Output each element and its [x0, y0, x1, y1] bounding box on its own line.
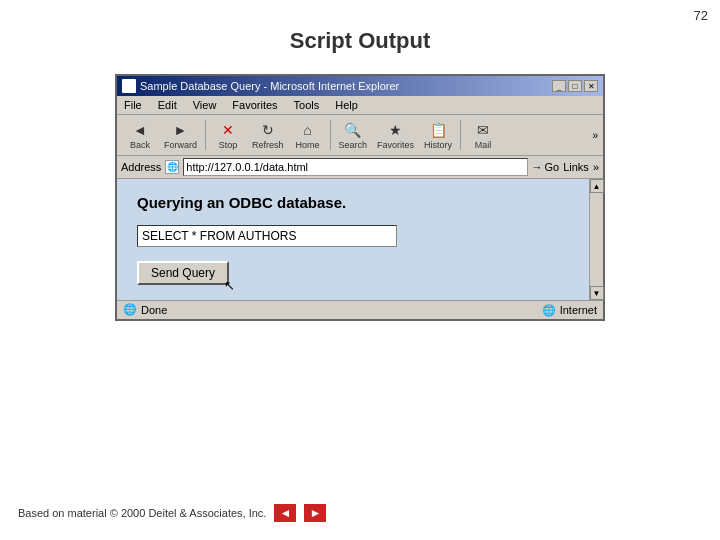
address-label: Address	[121, 161, 161, 173]
links-chevron: »	[593, 161, 599, 173]
page-icon: 🌐	[165, 160, 179, 174]
footer: Based on material © 2000 Deitel & Associ…	[18, 504, 326, 522]
mail-label: Mail	[475, 140, 492, 150]
send-query-container: Send Query ↖	[137, 261, 229, 285]
history-label: History	[424, 140, 452, 150]
menu-help[interactable]: Help	[332, 98, 361, 112]
links-label[interactable]: Links	[563, 161, 589, 173]
status-zone-text: Internet	[560, 304, 597, 316]
status-left: 🌐 Done	[123, 303, 167, 317]
content-area: Querying an ODBC database. SELECT * FROM…	[117, 179, 603, 300]
forward-button[interactable]: ► Forward	[160, 118, 201, 152]
favorites-button[interactable]: ★ Favorites	[373, 118, 418, 152]
address-bar: Address 🌐 http://127.0.0.1/data.html → G…	[117, 156, 603, 179]
title-bar-buttons: _ □ ✕	[552, 80, 598, 92]
scroll-up-button[interactable]: ▲	[590, 179, 604, 193]
menu-file[interactable]: File	[121, 98, 145, 112]
page-number: 72	[694, 8, 708, 23]
stop-icon: ✕	[217, 120, 239, 140]
maximize-button[interactable]: □	[568, 80, 582, 92]
forward-label: Forward	[164, 140, 197, 150]
toolbar-more[interactable]: »	[592, 130, 598, 141]
status-right: 🌐 Internet	[542, 304, 597, 317]
status-text: Done	[141, 304, 167, 316]
history-button[interactable]: 📋 History	[420, 118, 456, 152]
home-label: Home	[296, 140, 320, 150]
copyright-text: Based on material © 2000 Deitel & Associ…	[18, 507, 266, 519]
back-button[interactable]: ◄ Back	[122, 118, 158, 152]
minimize-button[interactable]: _	[552, 80, 566, 92]
home-icon: ⌂	[297, 120, 319, 140]
stop-button[interactable]: ✕ Stop	[210, 118, 246, 152]
refresh-label: Refresh	[252, 140, 284, 150]
status-icon: 🌐	[123, 303, 137, 317]
send-query-button[interactable]: Send Query	[137, 261, 229, 285]
search-icon: 🔍	[342, 120, 364, 140]
search-button[interactable]: 🔍 Search	[335, 118, 372, 152]
title-bar-text: Sample Database Query - Microsoft Intern…	[140, 80, 399, 92]
go-label: Go	[545, 161, 560, 173]
query-input[interactable]: SELECT * FROM AUTHORS	[137, 225, 397, 247]
search-label: Search	[339, 140, 368, 150]
refresh-button[interactable]: ↻ Refresh	[248, 118, 288, 152]
menu-bar: File Edit View Favorites Tools Help	[117, 96, 603, 115]
stop-label: Stop	[219, 140, 238, 150]
history-icon: 📋	[427, 120, 449, 140]
status-bar: 🌐 Done 🌐 Internet	[117, 300, 603, 319]
title-bar: Sample Database Query - Microsoft Intern…	[117, 76, 603, 96]
title-bar-left: Sample Database Query - Microsoft Intern…	[122, 79, 399, 93]
refresh-icon: ↻	[257, 120, 279, 140]
close-button[interactable]: ✕	[584, 80, 598, 92]
forward-icon: ►	[170, 120, 192, 140]
content-heading: Querying an ODBC database.	[137, 194, 583, 211]
menu-tools[interactable]: Tools	[291, 98, 323, 112]
slide-title: Script Output	[0, 0, 720, 54]
scrollbar[interactable]: ▲ ▼	[589, 179, 603, 300]
menu-view[interactable]: View	[190, 98, 220, 112]
next-button[interactable]: ►	[304, 504, 326, 522]
menu-favorites[interactable]: Favorites	[229, 98, 280, 112]
back-icon: ◄	[129, 120, 151, 140]
menu-edit[interactable]: Edit	[155, 98, 180, 112]
favorites-icon: ★	[385, 120, 407, 140]
status-globe-icon: 🌐	[542, 304, 556, 317]
prev-button[interactable]: ◄	[274, 504, 296, 522]
scroll-down-button[interactable]: ▼	[590, 286, 604, 300]
browser-icon	[122, 79, 136, 93]
toolbar-sep-2	[330, 120, 331, 150]
toolbar: ◄ Back ► Forward ✕ Stop ↻ Refresh ⌂ Home…	[117, 115, 603, 156]
favorites-label: Favorites	[377, 140, 414, 150]
go-button[interactable]: → Go	[532, 161, 560, 173]
mail-icon: ✉	[472, 120, 494, 140]
mail-button[interactable]: ✉ Mail	[465, 118, 501, 152]
go-arrow: →	[532, 161, 543, 173]
home-button[interactable]: ⌂ Home	[290, 118, 326, 152]
browser-window: Sample Database Query - Microsoft Intern…	[115, 74, 605, 321]
content-wrapper: Querying an ODBC database. SELECT * FROM…	[117, 179, 603, 300]
address-input[interactable]: http://127.0.0.1/data.html	[183, 158, 527, 176]
back-label: Back	[130, 140, 150, 150]
toolbar-sep-1	[205, 120, 206, 150]
toolbar-sep-3	[460, 120, 461, 150]
